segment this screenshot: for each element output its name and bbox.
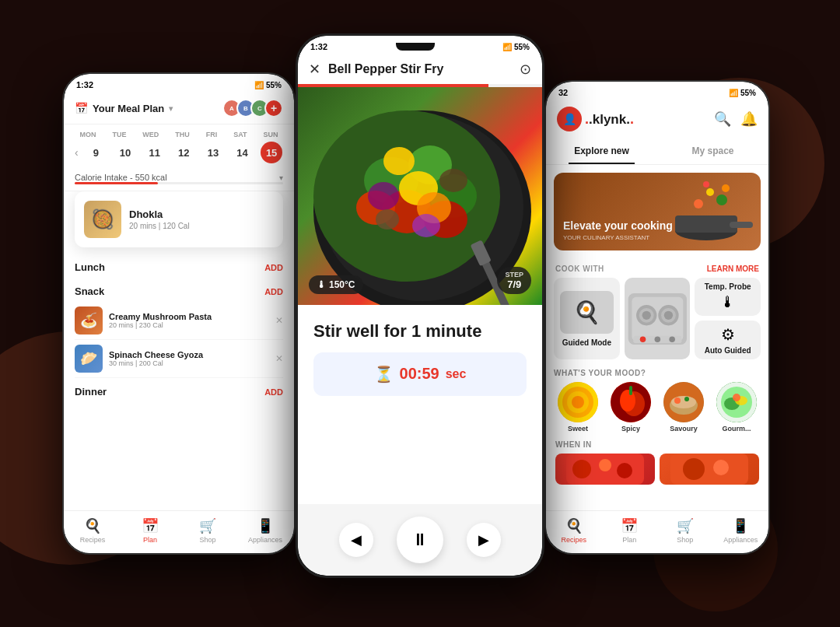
recipes-label: Recipes [80, 536, 106, 544]
svg-point-24 [703, 181, 709, 187]
svg-point-14 [439, 169, 467, 192]
date-10[interactable]: 10 [114, 142, 136, 163]
close-button[interactable]: ✕ [309, 61, 320, 78]
dhokla-thumbnail: 🥘 [84, 201, 121, 238]
svg-point-41 [572, 396, 584, 408]
recipe-preview-2[interactable] [660, 454, 759, 485]
prev-step-button[interactable]: ◀ [339, 523, 373, 557]
when-in-section: WHEN IN [546, 439, 768, 486]
appliances-icon: 📱 [257, 517, 274, 534]
timer-value: 00:59 [400, 365, 439, 383]
left-time: 1:32 [76, 80, 93, 89]
right-time: 32 [558, 88, 568, 97]
nav-recipes[interactable]: 🍳 Recipes [64, 517, 121, 544]
header-avatars: A B C + [227, 99, 283, 117]
chevron-icon[interactable]: ▾ [169, 104, 173, 113]
right-nav-appliances[interactable]: 📱 Appliances [713, 517, 769, 544]
date-14[interactable]: 14 [232, 142, 254, 163]
dhokla-meta: 20 mins | 120 Cal [129, 222, 190, 230]
sweet-label: Sweet [568, 425, 588, 433]
lunch-add-button[interactable]: ADD [264, 263, 283, 272]
center-phone: 1:32 📶 55% ✕ Bell Pepper Stir Fry ⊙ [296, 33, 544, 578]
recipe-preview-1[interactable] [555, 454, 655, 485]
snack-item-gyoza: 🥟 Spinach Cheese Gyoza 30 mins | 200 Cal… [75, 340, 283, 378]
right-nav-plan[interactable]: 📅 Plan [602, 517, 658, 544]
svg-point-12 [368, 182, 399, 210]
prev-week-button[interactable]: ‹ [72, 146, 82, 159]
svg-point-49 [674, 398, 681, 404]
right-nav-recipes[interactable]: 🍳 Recipes [546, 517, 602, 544]
gyoza-remove-button[interactable]: ✕ [275, 353, 283, 364]
pasta-info: Creamy Mushroom Pasta 20 mins | 230 Cal [109, 312, 269, 329]
klynk-actions: 🔍 🔔 [714, 110, 758, 128]
recipe-title: Bell Pepper Stir Fry [328, 62, 512, 76]
svg-point-23 [716, 194, 727, 205]
left-phone: 1:32 📶 55% 📅 Your Meal Plan ▾ A B C + [62, 72, 296, 555]
klynk-header: 👤 ..klynk.. 🔍 🔔 [546, 100, 768, 138]
snack-item-pasta: 🍝 Creamy Mushroom Pasta 20 mins | 230 Ca… [75, 302, 283, 340]
pause-button[interactable]: ⏸ [397, 517, 443, 563]
day-tue: TUE [112, 131, 126, 138]
gyoza-thumbnail: 🥟 [75, 345, 103, 373]
left-status-bar: 1:32 📶 55% [64, 74, 294, 93]
snack-label: Snack [75, 285, 104, 297]
klynk-hero-banner: Elevate your cooking with SEMI YOUR CULI… [554, 173, 761, 250]
date-11[interactable]: 11 [144, 142, 166, 163]
mood-gourmet[interactable]: Gourm... [712, 382, 761, 433]
tab-explore-new[interactable]: Explore new [546, 138, 657, 164]
date-13[interactable]: 13 [202, 142, 224, 163]
tab-my-space[interactable]: My space [657, 138, 768, 164]
nav-shop[interactable]: 🛒 Shop [179, 517, 236, 544]
klynk-brand-name: ..klynk.. [585, 111, 634, 128]
center-wifi-icon: 📶 [502, 43, 512, 51]
guided-mode-card[interactable]: 🍳 Guided Mode [554, 278, 620, 359]
center-time: 1:32 [310, 42, 327, 51]
left-phone-screen: 1:32 📶 55% 📅 Your Meal Plan ▾ A B C + [64, 74, 294, 553]
spicy-circle [611, 382, 651, 422]
meal-content: 🥘 Dhokla 20 mins | 120 Cal Breakfast Lun… [64, 191, 294, 510]
calorie-progress-track [75, 182, 283, 184]
gourmet-circle [716, 382, 757, 422]
right-plan-icon: 📅 [621, 517, 638, 534]
svg-point-35 [639, 336, 646, 342]
shop-label: Shop [199, 536, 215, 544]
mood-savoury[interactable]: Savoury [660, 382, 708, 433]
breakfast-card: 🥘 Dhokla 20 mins | 120 Cal [75, 191, 283, 247]
dinner-add-button[interactable]: ADD [264, 387, 283, 397]
dhokla-name: Dhokla [129, 208, 190, 220]
calorie-bar: Calorie Intake - 550 kcal ▾ [64, 166, 294, 191]
next-step-button[interactable]: ▶ [467, 523, 501, 557]
thermometer-icon: 🌡 [317, 279, 326, 290]
snack-add-button[interactable]: ADD [264, 287, 283, 296]
avatar-add[interactable]: + [264, 99, 283, 117]
auto-guided-card[interactable]: ⚙ Auto Guided [695, 321, 761, 359]
mood-spicy[interactable]: Spicy [607, 382, 655, 433]
recipes-icon: 🍳 [84, 517, 101, 534]
right-shop-icon: 🛒 [677, 517, 694, 534]
options-button[interactable]: ⊙ [520, 61, 531, 78]
search-icon[interactable]: 🔍 [714, 110, 731, 128]
nav-appliances[interactable]: 📱 Appliances [236, 517, 294, 544]
hourglass-icon: ⏳ [374, 365, 394, 384]
svg-point-44 [620, 390, 635, 412]
date-15-active[interactable]: 15 [261, 142, 282, 163]
preview-1-visual [566, 454, 644, 485]
step-value: 7/9 [505, 278, 523, 290]
nav-plan[interactable]: 📅 Plan [121, 517, 179, 544]
pasta-remove-button[interactable]: ✕ [275, 315, 283, 326]
mood-sweet[interactable]: Sweet [554, 382, 602, 433]
date-12[interactable]: 12 [173, 142, 194, 163]
notification-icon[interactable]: 🔔 [740, 110, 758, 128]
recipe-preview-row [555, 454, 759, 485]
calorie-chevron: ▾ [279, 173, 283, 182]
gyoza-meta: 30 mins | 200 Cal [109, 359, 269, 367]
temp-probe-card[interactable]: Temp. Probe 🌡 [695, 278, 761, 316]
learn-more-button[interactable]: LEARN MORE [707, 264, 759, 273]
day-sun: SUN [263, 131, 278, 138]
date-9[interactable]: 9 [85, 142, 107, 163]
right-nav-shop[interactable]: 🛒 Shop [657, 517, 713, 544]
svg-point-22 [706, 188, 714, 196]
klynk-dot-suffix: . [630, 111, 634, 127]
mood-section: WHAT'S YOUR MOOD? Sweet [546, 366, 768, 439]
sweet-food-visual [558, 382, 598, 422]
